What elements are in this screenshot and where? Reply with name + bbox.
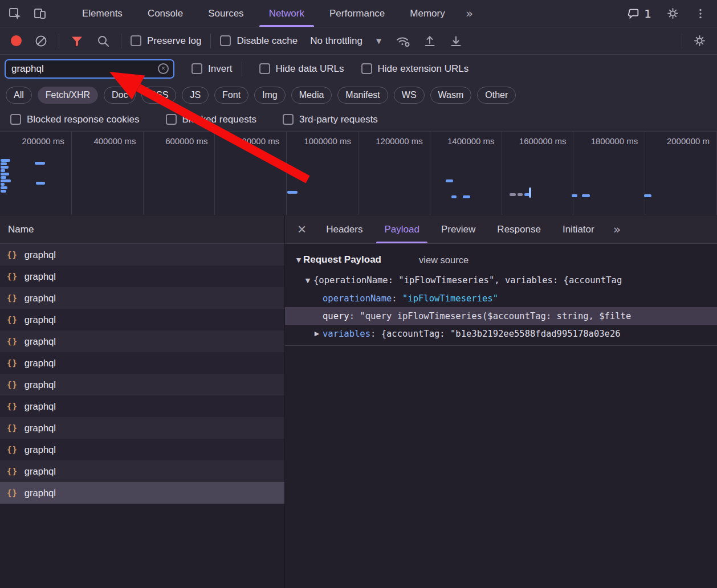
chip-all[interactable]: All: [6, 87, 32, 104]
chip-wasm[interactable]: Wasm: [430, 87, 472, 104]
checkbox-box: [259, 63, 270, 74]
invert-checkbox[interactable]: Invert: [187, 63, 237, 75]
throttling-value: No throttling: [310, 35, 362, 47]
checkbox-label: Hide extension URLs: [378, 63, 469, 75]
network-settings-gear-icon[interactable]: [687, 27, 712, 54]
record-button[interactable]: [5, 27, 28, 54]
tab-initiator[interactable]: Initiator: [552, 215, 605, 243]
table-row[interactable]: {}graphql: [0, 417, 284, 439]
divider: [210, 34, 211, 48]
tab-elements[interactable]: Elements: [70, 0, 135, 27]
divider: [121, 34, 121, 48]
table-row[interactable]: {}graphql: [0, 352, 284, 374]
request-payload-header[interactable]: ▼ Request Payload view source: [285, 247, 717, 271]
issues-icon[interactable]: 1: [622, 7, 657, 21]
close-details-icon[interactable]: ×: [288, 215, 315, 243]
tab-preview[interactable]: Preview: [430, 215, 486, 243]
filter-input[interactable]: [11, 63, 158, 75]
checkbox-box: [220, 35, 231, 46]
inspect-element-icon[interactable]: [8, 7, 22, 21]
request-timing-bar: [1, 183, 5, 186]
hide-extension-urls-checkbox[interactable]: Hide extension URLs: [357, 63, 474, 75]
table-row[interactable]: {}graphql: [0, 395, 284, 417]
payload-line[interactable]: operationName: "ipFlowTimeseries": [285, 289, 717, 307]
chip-js[interactable]: JS: [182, 87, 209, 104]
table-row[interactable]: {}graphql: [0, 244, 284, 266]
overview-tick-label: 1800000 ms: [573, 136, 645, 146]
payload-value: "ipFlowTimeseries": [402, 293, 498, 304]
chip-css[interactable]: CSS: [141, 87, 176, 104]
search-icon[interactable]: [90, 27, 116, 54]
chip-img[interactable]: Img: [254, 87, 286, 104]
clear-filter-icon[interactable]: ×: [158, 63, 169, 74]
table-row[interactable]: {}graphql: [0, 266, 284, 287]
network-overview[interactable]: 200000 ms400000 ms600000 ms800000 ms1000…: [0, 131, 717, 215]
devtools-tab-bar: ElementsConsoleSourcesNetworkPerformance…: [0, 0, 717, 27]
blocked-response-cookies-checkbox[interactable]: Blocked response cookies: [6, 114, 144, 125]
more-detail-tabs-icon[interactable]: »: [605, 222, 629, 236]
request-timing-bar: [1, 159, 10, 162]
network-conditions-icon[interactable]: [389, 27, 417, 54]
tab-performance[interactable]: Performance: [317, 0, 397, 27]
payload-panel: ▼ Request Payload view source ▼ {operati…: [285, 244, 717, 588]
tab-console[interactable]: Console: [135, 0, 195, 27]
request-timing-bar: [36, 182, 45, 185]
blocked-requests-checkbox[interactable]: Blocked requests: [161, 114, 261, 125]
json-braces-icon: {}: [7, 293, 18, 303]
overview-tick-label: 600000 ms: [144, 136, 215, 146]
chip-media[interactable]: Media: [291, 87, 332, 104]
table-row[interactable]: {}graphql: [0, 287, 284, 309]
chip-other[interactable]: Other: [477, 87, 516, 104]
filter-funnel-icon[interactable]: [64, 27, 90, 54]
chip-ws[interactable]: WS: [394, 87, 425, 104]
chip-doc[interactable]: Doc: [104, 87, 136, 104]
tab-payload[interactable]: Payload: [373, 215, 430, 243]
network-main: Name {}graphql{}graphql{}graphql{}graphq…: [0, 215, 717, 588]
table-row[interactable]: {}graphql: [0, 482, 284, 504]
chip-font[interactable]: Font: [214, 87, 248, 104]
table-row[interactable]: {}graphql: [0, 460, 284, 482]
3rd-party-requests-checkbox[interactable]: 3rd-party requests: [278, 114, 382, 125]
table-row[interactable]: {}graphql: [0, 330, 284, 352]
chip-fetch-xhr[interactable]: Fetch/XHR: [38, 87, 98, 104]
json-braces-icon: {}: [7, 380, 18, 389]
view-source-link[interactable]: view source: [419, 255, 469, 266]
overview-tick-label: 800000 ms: [215, 136, 286, 146]
tab-sources[interactable]: Sources: [195, 0, 256, 27]
payload-root-line[interactable]: ▼ {operationName: "ipFlowTimeseries", va…: [285, 271, 717, 289]
request-name: graphql: [25, 444, 56, 455]
chevron-down-icon: ▼: [376, 37, 381, 45]
payload-line[interactable]: query: "query ipFlowTimeseries($accountT…: [285, 307, 717, 325]
separator: [285, 345, 717, 346]
device-toolbar-icon[interactable]: [33, 7, 47, 21]
payload-line[interactable]: ▶variables: {accountTag: "b1e3b2192ee558…: [285, 325, 717, 342]
export-har-icon[interactable]: [443, 27, 469, 54]
tab-network[interactable]: Network: [256, 0, 317, 27]
preserve-log-checkbox[interactable]: Preserve log: [126, 35, 206, 47]
hide-data-urls-checkbox[interactable]: Hide data URLs: [255, 63, 349, 75]
request-timing-bar: [1, 173, 9, 175]
json-braces-icon: {}: [7, 337, 18, 346]
import-har-icon[interactable]: [417, 27, 443, 54]
request-name: graphql: [25, 336, 56, 347]
collapse-triangle-icon[interactable]: ▼: [302, 277, 313, 284]
table-row[interactable]: {}graphql: [0, 374, 284, 395]
overview-column: 2000000 m: [645, 132, 717, 215]
clear-network-log-icon[interactable]: [28, 27, 54, 54]
name-column-header[interactable]: Name: [0, 215, 284, 244]
chip-manifest[interactable]: Manifest: [337, 87, 388, 104]
table-row[interactable]: {}graphql: [0, 309, 284, 330]
overview-tick-label: 1000000 ms: [287, 136, 358, 146]
payload-key: variables: [323, 329, 370, 339]
tab-headers[interactable]: Headers: [315, 215, 373, 243]
kebab-menu-icon[interactable]: [689, 7, 712, 20]
more-panels-icon[interactable]: »: [458, 0, 481, 27]
tab-response[interactable]: Response: [486, 215, 552, 243]
disable-cache-checkbox[interactable]: Disable cache: [215, 35, 302, 47]
expand-triangle-icon[interactable]: ▶: [311, 330, 323, 337]
json-braces-icon: {}: [7, 488, 18, 497]
throttling-select[interactable]: No throttling ▼: [302, 35, 389, 47]
table-row[interactable]: {}graphql: [0, 439, 284, 460]
tab-memory[interactable]: Memory: [397, 0, 457, 27]
settings-gear-icon[interactable]: [661, 7, 685, 20]
